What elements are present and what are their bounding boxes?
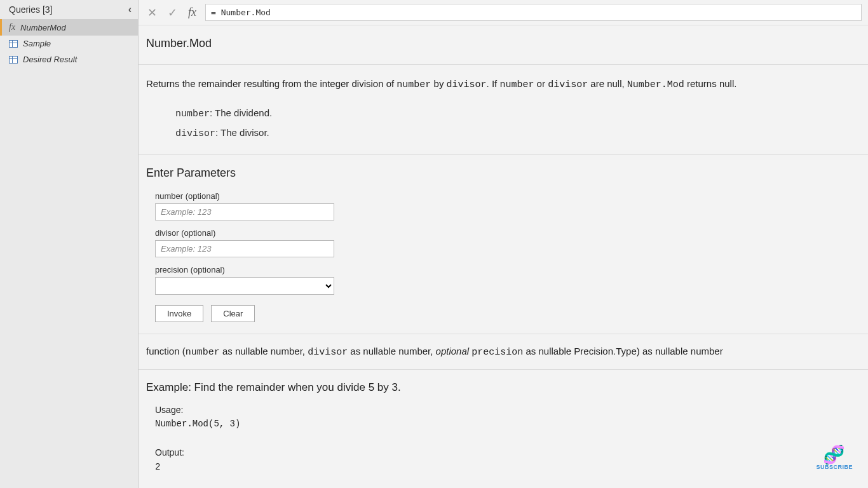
accept-formula-icon[interactable]: ✓ <box>165 6 179 20</box>
query-label: Desired Result <box>23 55 77 64</box>
usage-label: Usage: <box>155 403 860 417</box>
precision-select[interactable] <box>155 277 334 295</box>
button-row: Invoke Clear <box>155 305 860 322</box>
divisor-input[interactable] <box>155 240 334 257</box>
formula-input[interactable] <box>205 4 862 21</box>
signature-section: function (number as nullable number, div… <box>139 334 868 370</box>
function-description: Returns the remainder resulting from the… <box>146 76 860 93</box>
queries-sidebar: Queries [3] ‹ fx NumberMod Sample Desire… <box>0 0 139 488</box>
output-label: Output: <box>155 445 860 459</box>
fx-label-icon: fx <box>186 6 199 19</box>
query-list: fx NumberMod Sample Desired Result <box>0 19 138 67</box>
cancel-formula-icon[interactable]: ✕ <box>145 6 159 20</box>
query-item-sample[interactable]: Sample <box>0 36 138 51</box>
sidebar-title: Queries [3] <box>9 4 52 15</box>
param-label: precision (optional) <box>155 265 860 274</box>
param-block-number: number (optional) <box>155 191 860 220</box>
dna-icon: 🧬 <box>816 446 853 464</box>
function-header-section: Number.Mod <box>139 25 868 65</box>
output-value: 2 <box>155 460 860 474</box>
subscribe-label: SUBSCRIBE <box>816 464 853 470</box>
fx-icon: fx <box>9 22 15 32</box>
param-desc-row: divisor: The divisor. <box>175 124 860 144</box>
doc-content: Number.Mod Returns the remainder resulti… <box>139 25 868 488</box>
sidebar-header: Queries [3] ‹ <box>0 0 138 19</box>
subscribe-badge[interactable]: 🧬 SUBSCRIBE <box>816 446 853 470</box>
param-desc-row: number: The dividend. <box>175 104 860 124</box>
usage-block: Usage: Number.Mod(5, 3) Output: 2 <box>155 403 860 474</box>
invoke-button[interactable]: Invoke <box>155 305 203 322</box>
parameter-descriptions: number: The dividend. divisor: The divis… <box>175 104 860 143</box>
example-section: Example: Find the remainder when you div… <box>139 370 868 485</box>
number-input[interactable] <box>155 203 334 220</box>
main-area: ✕ ✓ fx Number.Mod Returns the remainder … <box>139 0 868 488</box>
query-label: NumberMod <box>20 23 66 32</box>
param-label: number (optional) <box>155 191 860 201</box>
param-block-precision: precision (optional) <box>155 265 860 295</box>
description-section: Returns the remainder resulting from the… <box>139 65 868 155</box>
table-icon <box>9 40 18 48</box>
param-label: divisor (optional) <box>155 228 860 238</box>
query-item-numbermod[interactable]: fx NumberMod <box>0 19 138 36</box>
enter-parameters-title: Enter Parameters <box>146 166 860 180</box>
param-block-divisor: divisor (optional) <box>155 228 860 257</box>
example-title: Example: Find the remainder when you div… <box>146 381 860 394</box>
formula-bar: ✕ ✓ fx <box>139 0 868 25</box>
query-label: Sample <box>23 39 51 48</box>
query-item-desired-result[interactable]: Desired Result <box>0 51 138 67</box>
table-icon <box>9 56 18 64</box>
clear-button[interactable]: Clear <box>211 305 255 322</box>
function-signature: function (number as nullable number, div… <box>146 346 860 358</box>
enter-parameters-section: Enter Parameters number (optional) divis… <box>139 155 868 334</box>
collapse-sidebar-icon[interactable]: ‹ <box>128 4 132 15</box>
usage-code: Number.Mod(5, 3) <box>155 417 860 431</box>
function-title: Number.Mod <box>146 37 860 50</box>
